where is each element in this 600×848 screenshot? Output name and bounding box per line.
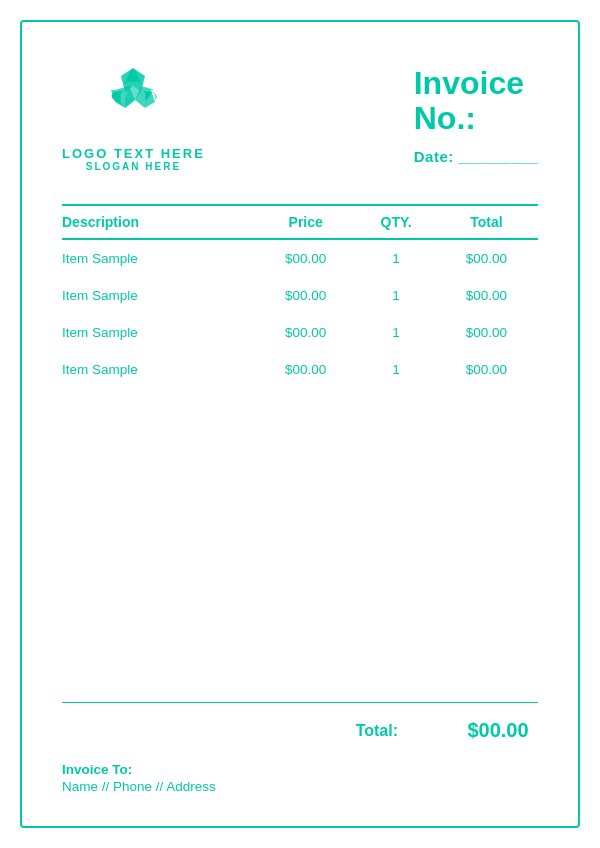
row-description: Item Sample [62, 314, 254, 351]
table-row: Item Sample $00.00 1 $00.00 [62, 314, 538, 351]
col-qty: QTY. [357, 205, 435, 239]
logo-section: LOGO TEXT HERE SLOGAN HERE [62, 58, 205, 172]
total-divider [62, 702, 538, 703]
row-price: $00.00 [254, 277, 357, 314]
row-qty: 1 [357, 351, 435, 388]
logo-text: LOGO TEXT HERE [62, 146, 205, 161]
row-total: $00.00 [435, 314, 538, 351]
invoice-to-details: Name // Phone // Address [62, 779, 538, 794]
row-qty: 1 [357, 239, 435, 277]
invoice-to-label: Invoice To: [62, 762, 538, 777]
row-price: $00.00 [254, 314, 357, 351]
invoice-to-section: Invoice To: Name // Phone // Address [62, 762, 538, 794]
invoice-info: Invoice No.: Date: _________ [414, 58, 538, 165]
invoice-document: LOGO TEXT HERE SLOGAN HERE Invoice No.: … [20, 20, 580, 828]
col-description: Description [62, 205, 254, 239]
row-description: Item Sample [62, 351, 254, 388]
total-label: Total: [356, 722, 398, 740]
row-total: $00.00 [435, 239, 538, 277]
logo-icon [93, 58, 173, 138]
row-qty: 1 [357, 277, 435, 314]
row-qty: 1 [357, 314, 435, 351]
invoice-title: Invoice No.: [414, 66, 524, 136]
slogan-text: SLOGAN HERE [86, 161, 181, 172]
total-value: $00.00 [458, 719, 538, 742]
row-price: $00.00 [254, 351, 357, 388]
table-row: Item Sample $00.00 1 $00.00 [62, 277, 538, 314]
table-row: Item Sample $00.00 1 $00.00 [62, 351, 538, 388]
row-price: $00.00 [254, 239, 357, 277]
col-price: Price [254, 205, 357, 239]
row-description: Item Sample [62, 239, 254, 277]
invoice-table: Description Price QTY. Total Item Sample… [62, 204, 538, 388]
row-total: $00.00 [435, 277, 538, 314]
col-total: Total [435, 205, 538, 239]
row-total: $00.00 [435, 351, 538, 388]
invoice-date: Date: _________ [414, 148, 538, 165]
table-row: Item Sample $00.00 1 $00.00 [62, 239, 538, 277]
row-description: Item Sample [62, 277, 254, 314]
invoice-header: LOGO TEXT HERE SLOGAN HERE Invoice No.: … [62, 58, 538, 172]
total-row: Total: $00.00 [62, 719, 538, 742]
table-header-row: Description Price QTY. Total [62, 205, 538, 239]
